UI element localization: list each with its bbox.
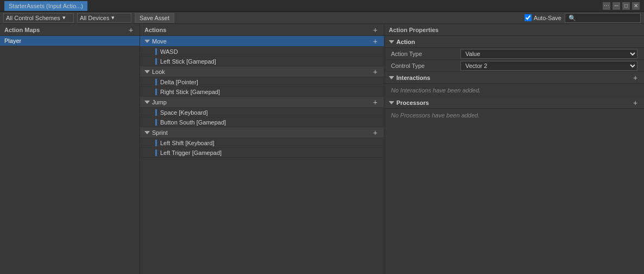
binding-bar <box>155 140 157 146</box>
titlebar-controls: ⋯ ─ □ ✕ <box>603 2 640 10</box>
sprint-add-binding-button[interactable]: + <box>371 128 380 137</box>
action-binding[interactable]: Space [Keyboard] <box>140 108 384 117</box>
list-item-label: Player <box>4 38 21 44</box>
action-group-jump: Jump + Space [Keyboard] Button South [Ga… <box>140 97 384 127</box>
look-add-binding-button[interactable]: + <box>371 67 380 76</box>
interactions-title: Interactions <box>396 74 430 81</box>
action-group-header-look[interactable]: Look + <box>140 66 384 77</box>
action-binding[interactable]: Right Stick [Gamepad] <box>140 87 384 97</box>
action-maps-panel: Action Maps + Player <box>0 24 140 274</box>
action-binding[interactable]: Delta [Pointer] <box>140 77 384 87</box>
sprint-expand-icon <box>144 131 150 134</box>
titlebar-maximize-btn[interactable]: □ <box>622 2 630 10</box>
move-add-binding-button[interactable]: + <box>371 37 380 46</box>
action-type-select[interactable]: Button Value Pass-Through <box>460 49 637 59</box>
binding-bar <box>155 48 157 55</box>
binding-bar <box>155 119 157 126</box>
processors-add-button[interactable]: + <box>631 98 640 107</box>
jump-expand-icon <box>144 101 150 104</box>
look-expand-icon <box>144 70 150 73</box>
actions-list: Move + WASD Left Stick [Gamepad] <box>140 36 384 274</box>
action-group-jump-label: Jump <box>152 99 167 105</box>
actions-add-button[interactable]: + <box>371 26 380 34</box>
properties-content: Action Action Type Button Value Pass-Thr… <box>384 36 644 274</box>
action-section-header: Action <box>384 36 644 48</box>
action-section: Action Action Type Button Value Pass-Thr… <box>384 36 644 72</box>
action-type-row: Action Type Button Value Pass-Through <box>384 48 644 60</box>
action-binding[interactable]: WASD <box>140 47 384 57</box>
titlebar-more-btn[interactable]: ⋯ <box>603 2 610 10</box>
actions-title: Actions <box>144 27 166 33</box>
toolbar: All Control Schemes ▾ All Devices ▾ Save… <box>0 12 644 24</box>
action-binding[interactable]: Button South [Gamepad] <box>140 117 384 127</box>
binding-label: WASD <box>160 48 178 55</box>
action-group-look-label: Look <box>152 68 165 75</box>
processors-section-header: Processors + <box>384 97 644 109</box>
control-schemes-dropdown[interactable]: All Control Schemes ▾ <box>3 13 74 23</box>
control-type-label: Control Type <box>391 63 456 69</box>
control-schemes-arrow: ▾ <box>62 14 66 21</box>
processors-title: Processors <box>396 99 429 106</box>
properties-title: Action Properties <box>389 27 439 33</box>
autosave-container: Auto-Save <box>525 14 561 21</box>
binding-label: Left Trigger [Gamepad] <box>160 150 222 156</box>
action-maps-list: Player <box>0 36 140 274</box>
properties-header: Action Properties <box>384 24 644 36</box>
titlebar-minimize-btn[interactable]: ─ <box>613 2 620 10</box>
titlebar-title: StarterAssets (Input Actio...) <box>4 1 87 11</box>
control-schemes-label: All Control Schemes <box>6 15 60 21</box>
processors-empty-message: No Processors have been added. <box>384 109 644 122</box>
binding-bar <box>155 79 157 85</box>
action-maps-header: Action Maps + <box>0 24 140 36</box>
binding-bar <box>155 109 157 116</box>
binding-label: Left Shift [Keyboard] <box>160 140 214 146</box>
titlebar-close-btn[interactable]: ✕ <box>632 2 640 10</box>
action-binding[interactable]: Left Trigger [Gamepad] <box>140 148 384 158</box>
jump-add-binding-button[interactable]: + <box>371 98 380 107</box>
action-group-header-jump[interactable]: Jump + <box>140 97 384 108</box>
move-expand-icon <box>144 40 150 43</box>
titlebar: StarterAssets (Input Actio...) ⋯ ─ □ ✕ <box>0 0 644 12</box>
action-section-expand-icon <box>389 40 394 43</box>
action-group-sprint-label: Sprint <box>152 129 168 136</box>
action-group-move: Move + WASD Left Stick [Gamepad] <box>140 36 384 66</box>
processors-section: Processors + No Processors have been add… <box>384 97 644 122</box>
interactions-add-button[interactable]: + <box>631 73 640 82</box>
control-type-select[interactable]: Any Axis Button Delta Dpad Eyes Integer … <box>460 61 637 71</box>
search-input[interactable] <box>565 13 641 23</box>
properties-panel: Action Properties Action Action Type But… <box>384 24 644 274</box>
binding-label: Delta [Pointer] <box>160 79 198 85</box>
action-group-look: Look + Delta [Pointer] Right Stick [Game… <box>140 66 384 97</box>
action-group-sprint: Sprint + Left Shift [Keyboard] Left Trig… <box>140 127 384 158</box>
interactions-section-header: Interactions + <box>384 72 644 84</box>
main-layout: Action Maps + Player Actions + Move + <box>0 24 644 274</box>
interactions-empty-message: No Interactions have been added. <box>384 84 644 97</box>
actions-header: Actions + <box>140 24 384 36</box>
list-item[interactable]: Player <box>0 36 140 46</box>
autosave-checkbox[interactable] <box>525 14 532 21</box>
binding-label: Button South [Gamepad] <box>160 119 226 126</box>
action-group-header-move[interactable]: Move + <box>140 36 384 47</box>
binding-label: Right Stick [Gamepad] <box>160 89 220 95</box>
devices-label: All Devices <box>80 15 109 21</box>
action-group-header-sprint[interactable]: Sprint + <box>140 127 384 138</box>
actions-panel: Actions + Move + WASD Lef <box>140 24 384 274</box>
action-section-title: Action <box>396 39 415 45</box>
processors-expand-icon <box>389 101 394 104</box>
binding-bar <box>155 150 157 156</box>
devices-arrow: ▾ <box>111 14 115 21</box>
interactions-section: Interactions + No Interactions have been… <box>384 72 644 97</box>
binding-bar <box>155 58 157 65</box>
binding-bar <box>155 89 157 95</box>
binding-label: Left Stick [Gamepad] <box>160 58 216 65</box>
action-maps-title: Action Maps <box>4 27 40 33</box>
devices-dropdown[interactable]: All Devices ▾ <box>77 13 131 23</box>
action-group-move-label: Move <box>152 38 167 45</box>
action-binding[interactable]: Left Shift [Keyboard] <box>140 138 384 148</box>
control-type-row: Control Type Any Axis Button Delta Dpad … <box>384 60 644 72</box>
save-asset-button[interactable]: Save Asset <box>135 13 174 23</box>
action-binding[interactable]: Left Stick [Gamepad] <box>140 57 384 66</box>
action-type-label: Action Type <box>391 51 456 57</box>
interactions-expand-icon <box>389 76 394 79</box>
action-maps-add-button[interactable]: + <box>127 26 135 34</box>
